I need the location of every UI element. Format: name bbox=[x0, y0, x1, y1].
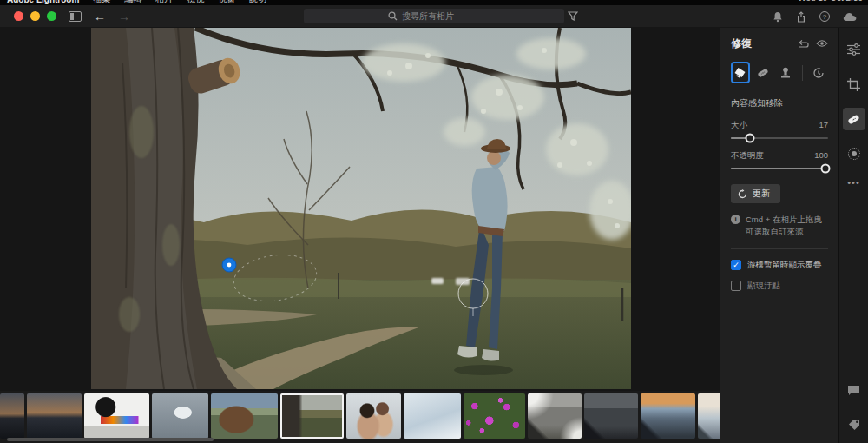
lightroom-window: Adobe Lightroom 檔案 編輯 相片 檢視 視窗 說明 Wed 19… bbox=[0, 0, 868, 443]
panel-title: 修復 bbox=[731, 36, 752, 51]
filmstrip bbox=[0, 391, 720, 443]
filter-icon[interactable] bbox=[568, 11, 578, 21]
clone-tool-button[interactable] bbox=[777, 62, 795, 83]
healing-panel: 修復 bbox=[720, 28, 838, 443]
opacity-slider-label: 不透明度 bbox=[731, 150, 764, 162]
refresh-icon bbox=[738, 189, 747, 199]
filmstrip-thumb-whale-tail[interactable] bbox=[152, 393, 208, 439]
crop-button[interactable] bbox=[843, 73, 865, 96]
masking-button[interactable] bbox=[843, 142, 865, 165]
info-icon: i bbox=[731, 215, 740, 224]
filmstrip-thumb-city-skyline-dusk[interactable] bbox=[584, 393, 638, 439]
update-button-label: 更新 bbox=[753, 188, 770, 200]
back-arrow-icon[interactable]: ← bbox=[94, 10, 106, 23]
opacity-slider-value: 100 bbox=[814, 150, 828, 162]
comments-button[interactable] bbox=[843, 379, 865, 401]
minimize-window-button[interactable] bbox=[30, 11, 40, 21]
photo-person-by-tree bbox=[91, 28, 631, 389]
checkbox-unchecked-icon[interactable] bbox=[731, 281, 741, 291]
opacity-slider: 不透明度 100 bbox=[731, 150, 828, 169]
comment-bubble-icon bbox=[847, 385, 860, 396]
filmstrip-thumb-poster-ad[interactable] bbox=[84, 393, 149, 439]
masking-icon bbox=[848, 148, 860, 160]
opacity-slider-track[interactable] bbox=[731, 168, 828, 169]
app-toolbar: ← → ? bbox=[0, 5, 868, 28]
filmstrip-thumb-purple-flowers[interactable] bbox=[464, 393, 525, 439]
search-bar[interactable] bbox=[304, 9, 564, 23]
filmstrip-thumb-aircraft-carrier-sunset[interactable] bbox=[27, 393, 82, 439]
crop-rotate-icon bbox=[847, 78, 860, 91]
clone-stamp-icon bbox=[779, 67, 792, 79]
show-overlay-label: 游標暫留時顯示覆疊 bbox=[747, 260, 822, 271]
edit-tools-rail: ••• bbox=[838, 28, 868, 443]
section-label: 內容感知移除 bbox=[731, 97, 828, 109]
opacity-slider-knob[interactable] bbox=[820, 164, 830, 174]
content-aware-remove-tool-button[interactable] bbox=[731, 62, 750, 83]
search-icon bbox=[388, 11, 398, 21]
filmstrip-thumb-person-by-tree-current[interactable] bbox=[280, 393, 344, 439]
tag-icon bbox=[848, 419, 860, 431]
checkbox-checked-icon[interactable]: ✓ bbox=[731, 260, 741, 270]
visualize-spots-checkbox[interactable]: 顯現汙點 bbox=[731, 281, 828, 292]
show-overlay-on-hover-checkbox[interactable]: ✓ 游標暫留時顯示覆疊 bbox=[731, 260, 828, 271]
reset-icon[interactable] bbox=[798, 39, 809, 49]
forward-arrow-icon[interactable]: → bbox=[118, 10, 130, 23]
menu-app-name[interactable]: Adobe Lightroom bbox=[7, 0, 79, 4]
filmstrip-thumb-city-skyline-pale[interactable] bbox=[698, 393, 720, 439]
size-slider-knob[interactable] bbox=[746, 134, 755, 143]
filmstrip-thumb-city-skyline-grey[interactable] bbox=[528, 393, 582, 439]
window-controls bbox=[14, 11, 56, 21]
preview-eye-icon[interactable] bbox=[816, 39, 828, 48]
edit-canvas bbox=[0, 28, 720, 391]
filmstrip-thumb-mother-and-child[interactable] bbox=[346, 393, 401, 439]
heal-tool-button[interactable] bbox=[754, 62, 773, 83]
update-button[interactable]: 更新 bbox=[731, 184, 780, 203]
size-slider-label: 大小 bbox=[731, 120, 747, 131]
size-slider: 大小 17 bbox=[731, 120, 828, 139]
filmstrip-thumb-carrier-edge[interactable] bbox=[0, 393, 24, 439]
filmstrip-thumb-pale-ice-aerial[interactable] bbox=[404, 393, 461, 439]
size-slider-track[interactable] bbox=[731, 137, 828, 139]
zoom-window-button[interactable] bbox=[47, 11, 56, 21]
clock-refresh-icon bbox=[812, 67, 825, 79]
photo-canvas[interactable] bbox=[91, 28, 631, 389]
visualize-spots-label: 顯現汙點 bbox=[747, 281, 780, 292]
filmstrip-thumb-brown-bear[interactable] bbox=[211, 393, 278, 439]
size-slider-value: 17 bbox=[819, 120, 828, 131]
more-tools-button[interactable]: ••• bbox=[847, 177, 860, 188]
notifications-bell-icon[interactable] bbox=[773, 11, 783, 23]
edit-sliders-icon bbox=[847, 43, 860, 56]
photo-grid-icon[interactable] bbox=[69, 11, 82, 22]
close-window-button[interactable] bbox=[14, 11, 23, 21]
hint-text: Cmd + 在相片上拖曳可選取自訂來源 bbox=[746, 214, 828, 238]
share-icon[interactable] bbox=[796, 11, 806, 23]
refresh-heal-tool-button[interactable] bbox=[810, 62, 828, 83]
cloud-sync-icon[interactable] bbox=[843, 12, 858, 22]
filmstrip-scrollbar[interactable] bbox=[7, 438, 214, 441]
healing-rail-button[interactable] bbox=[843, 108, 865, 130]
help-icon[interactable]: ? bbox=[819, 11, 830, 22]
bandaid-icon bbox=[756, 67, 770, 79]
eraser-icon bbox=[733, 67, 746, 78]
search-input[interactable] bbox=[402, 11, 480, 21]
healing-bandaid-icon bbox=[846, 113, 861, 126]
keywords-button[interactable] bbox=[843, 413, 865, 436]
edit-sliders-button[interactable] bbox=[843, 38, 865, 61]
menubar-clock: Wed 19 Oct 2:30 bbox=[798, 0, 863, 3]
filmstrip-thumb-city-skyline-sunset[interactable] bbox=[641, 393, 695, 439]
hint-row: i Cmd + 在相片上拖曳可選取自訂來源 bbox=[731, 214, 828, 238]
